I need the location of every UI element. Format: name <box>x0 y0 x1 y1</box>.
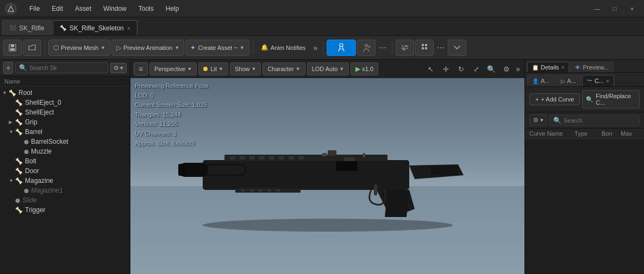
retarget-button[interactable] <box>357 40 376 56</box>
expand-root-icon[interactable]: ▼ <box>2 90 9 95</box>
create-asset-button[interactable]: ✦ Create Asset ~ ▼ <box>185 40 249 56</box>
tree-item-trigger[interactable]: 🦴 Trigger <box>0 205 130 215</box>
play-icon: ▶ <box>355 65 360 73</box>
menu-tools[interactable]: Tools <box>133 4 159 14</box>
tab-sk-rifle-skeleton[interactable]: 🦴 SK_Rifle_Skeleton × <box>53 20 138 35</box>
tree-item-door[interactable]: 🦴 Door <box>0 166 130 176</box>
tree-item-grip[interactable]: ▶ 🦴 Grip <box>0 117 130 127</box>
skeleton-active-button[interactable] <box>327 40 356 56</box>
bookmarks-button[interactable] <box>415 40 434 56</box>
viewport-menu-button[interactable]: ≡ <box>134 62 148 75</box>
search-icon: 🔍 <box>19 64 27 72</box>
tab-anim-curves-b[interactable]: ▷ A... <box>556 75 582 86</box>
menu-asset[interactable]: Asset <box>70 4 97 14</box>
tab-sk-rifle[interactable]: ⬛ SK_Rifle <box>2 20 52 35</box>
panel-more-icon[interactable]: ⋯ <box>435 43 447 52</box>
tree-item-barrelsocket[interactable]: ⬤ BarrelSocket <box>0 137 130 146</box>
tab-preview[interactable]: 👁 Preview... <box>570 62 614 72</box>
tree-item-root[interactable]: ▼ 🦴 Root <box>0 88 130 98</box>
extras-button[interactable] <box>448 40 466 56</box>
expand-barrel-icon[interactable]: ▼ <box>9 129 15 135</box>
svg-rect-2 <box>11 44 14 47</box>
curve-search-input[interactable] <box>564 117 636 124</box>
tree-item-magazine[interactable]: ▼ 🦴 Magazine <box>0 176 130 186</box>
scale-tool-button[interactable]: ⤢ <box>469 62 483 75</box>
menu-help[interactable]: Help <box>160 4 185 14</box>
search-tool-button[interactable]: 🔍 <box>484 62 498 75</box>
lod-button[interactable]: LOD Auto ▼ <box>307 62 349 75</box>
show-button[interactable]: Show ▼ <box>230 62 261 75</box>
anim-notifies-button[interactable]: 🔔 Anim Notifies <box>257 40 310 56</box>
find-replace-button[interactable]: 🔍 Find/Replace C... <box>582 90 640 109</box>
svg-rect-40 <box>249 189 254 192</box>
tree-item-magazine1[interactable]: ⬤ Magazine1 <box>0 186 130 195</box>
skeleton-search-input[interactable] <box>29 65 104 71</box>
skeleton-search-box[interactable]: 🔍 <box>15 62 108 73</box>
retarget-more-icon[interactable]: ⋯ <box>377 43 389 52</box>
type-col-header: Type <box>574 130 602 137</box>
tab-anim-curves-a[interactable]: 👤 A... <box>527 75 555 86</box>
svg-rect-31 <box>344 157 355 162</box>
tree-item-muzzle[interactable]: ⬤ Muzzle <box>0 146 130 156</box>
settings-button[interactable] <box>396 40 414 56</box>
menu-edit[interactable]: Edit <box>46 4 68 14</box>
svg-rect-43 <box>276 189 280 192</box>
svg-rect-41 <box>258 189 262 192</box>
menu-window[interactable]: Window <box>98 4 132 14</box>
socket-icon: ⬤ <box>15 198 20 203</box>
preview-animation-label: Preview Animation <box>123 44 173 51</box>
maximize-button[interactable]: □ <box>607 2 622 15</box>
gear-tool-button[interactable]: ⚙ <box>499 62 514 75</box>
perspective-button[interactable]: Perspective ▼ <box>149 62 197 75</box>
tree-item-shelleject0[interactable]: 🦴 ShellEject_0 <box>0 98 130 107</box>
gun-mesh-display <box>170 117 485 236</box>
svg-rect-36 <box>374 184 377 195</box>
folder-button[interactable] <box>23 40 41 56</box>
socket-icon: ⬤ <box>24 139 29 144</box>
preview-animation-button[interactable]: ▷ Preview Animation ▼ <box>111 40 184 56</box>
expand-magazine-icon[interactable]: ▼ <box>9 178 15 183</box>
toolbar-more-icon[interactable]: » <box>311 43 320 52</box>
add-curve-button[interactable]: + + Add Curve <box>529 93 580 105</box>
preview-animation-icon: ▷ <box>116 44 121 52</box>
anim-notifies-label: Anim Notifies <box>271 44 306 51</box>
play-button[interactable]: ▶ x1.0 <box>351 62 378 75</box>
svg-rect-14 <box>425 47 427 49</box>
viewport-more-icon[interactable]: » <box>515 65 521 73</box>
minimize-button[interactable]: — <box>590 2 605 15</box>
menu-file[interactable]: File <box>24 4 45 14</box>
preview-mesh-button[interactable]: ⬡ Preview Mesh ▼ <box>48 40 110 56</box>
details-close-icon[interactable]: × <box>561 65 565 71</box>
tree-item-label: ShellEject_0 <box>25 99 61 106</box>
lit-button[interactable]: Lit ▼ <box>198 62 228 75</box>
select-tool-button[interactable]: ↖ <box>423 62 437 75</box>
curve-table-body <box>525 139 644 274</box>
expand-grip-icon[interactable]: ▶ <box>9 119 15 125</box>
svg-rect-7 <box>404 46 408 47</box>
tab-curve-c[interactable]: 〜 C... × <box>582 75 614 86</box>
tree-item-barrel[interactable]: ▼ 🦴 Barrel <box>0 127 130 137</box>
svg-rect-37 <box>431 165 458 175</box>
preview-tab-icon: 👁 <box>575 65 580 71</box>
curve-search-box[interactable]: 🔍 <box>549 115 640 126</box>
move-tool-button[interactable]: ✛ <box>439 62 453 75</box>
curve-c-close-icon[interactable]: × <box>606 78 609 84</box>
filter-dropdown[interactable]: ⚙ ▾ <box>529 114 547 126</box>
tab-details[interactable]: 📋 Details × <box>527 62 569 72</box>
skeleton-settings-button[interactable]: ⚙ ▾ <box>110 63 127 73</box>
tree-item-shelleject[interactable]: 🦴 ShellEject <box>0 107 130 117</box>
character-button[interactable]: Character ▼ <box>262 62 305 75</box>
create-asset-label: Create Asset ~ <box>198 44 237 51</box>
rotate-tool-button[interactable]: ↻ <box>454 62 468 75</box>
skeleton-tree-toolbar: + 🔍 ⚙ ▾ <box>0 60 130 77</box>
sk-rifle-skeleton-close-icon[interactable]: × <box>127 25 130 31</box>
add-skeleton-button[interactable]: + <box>3 62 13 74</box>
tree-item-slide[interactable]: ⬤ Slide <box>0 195 130 205</box>
settings-gear-icon: ⚙ <box>114 65 119 72</box>
save-button[interactable] <box>3 40 22 56</box>
tree-item-bolt[interactable]: 🦴 Bolt <box>0 156 130 166</box>
character-label: Character <box>267 66 293 72</box>
filter-icon: ⚙ <box>533 117 539 124</box>
close-button[interactable]: × <box>624 2 640 15</box>
svg-point-15 <box>203 219 453 232</box>
